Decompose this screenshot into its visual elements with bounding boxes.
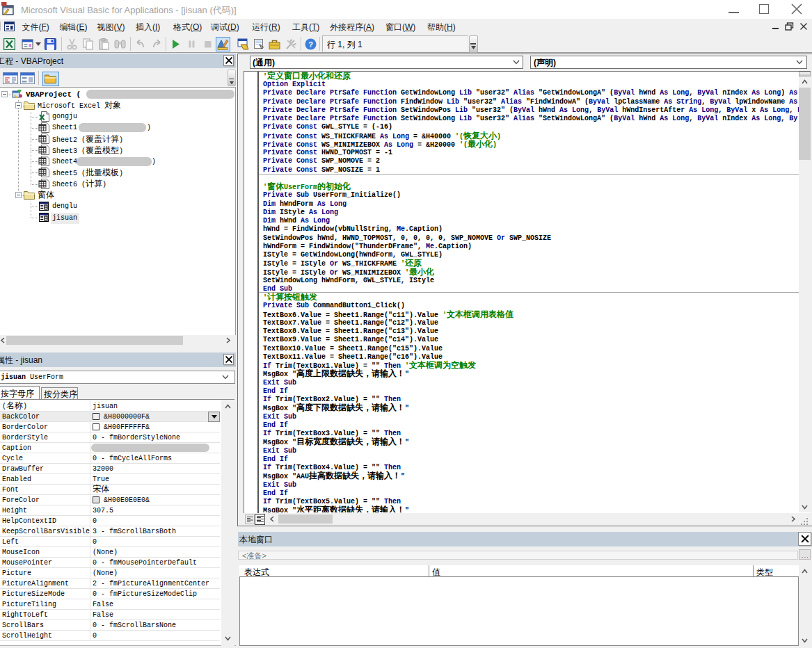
svg-text:?: ? [308,40,313,49]
